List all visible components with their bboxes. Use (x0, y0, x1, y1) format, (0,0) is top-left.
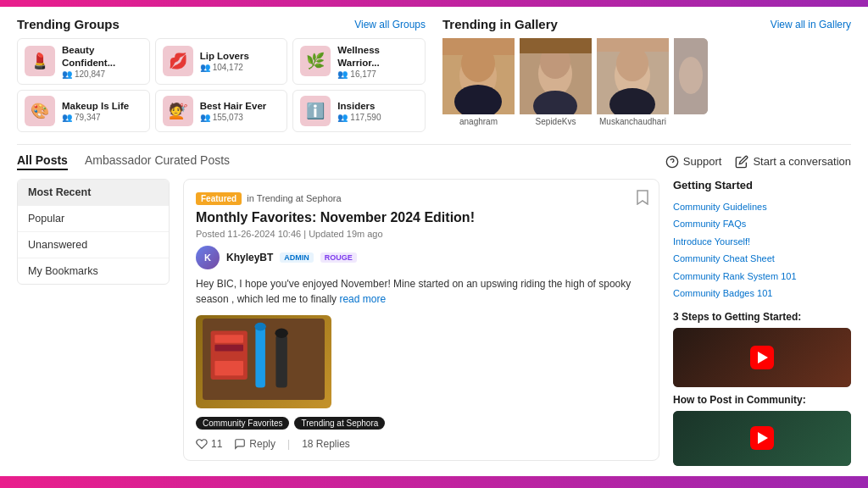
post-card-featured: Featured in Trending at Sephora Monthly … (183, 179, 659, 461)
edit-icon (735, 155, 748, 169)
group-avatar-4: 🎨 (25, 96, 55, 126)
group-name-3: Wellness Warrior... (337, 44, 418, 69)
post-title: Monthly Favorites: November 2024 Edition… (196, 210, 647, 225)
support-button[interactable]: Support (665, 155, 722, 169)
posts-main: Featured in Trending at Sephora Monthly … (183, 179, 659, 466)
video-2[interactable] (673, 411, 851, 466)
play-triangle-1 (758, 352, 768, 363)
post-author-row: K KhyleyBT ADMIN ROUGE (196, 246, 647, 269)
start-conversation-button[interactable]: Start a conversation (735, 155, 851, 169)
svg-rect-4 (442, 38, 515, 55)
group-card-2[interactable]: 💋 Lip Lovers 👥 104,172 (155, 38, 288, 85)
post-updated: | Updated 19m ago (303, 229, 382, 239)
filter-unanswered[interactable]: Unanswered (18, 232, 169, 258)
members-icon: 👥 (337, 69, 348, 79)
groups-grid: 💄 Beauty Confident... 👥 120,847 💋 Lip Lo… (17, 38, 426, 132)
group-card-1[interactable]: 💄 Beauty Confident... 👥 120,847 (17, 38, 150, 85)
members-icon: 👥 (62, 113, 72, 122)
play-triangle-2 (758, 432, 768, 444)
read-more-link[interactable]: read more (339, 293, 386, 305)
gallery-item-2[interactable]: SepideKvs (520, 38, 592, 126)
bottom-bar (0, 476, 868, 488)
gallery-photo-2 (520, 38, 592, 114)
post-image (196, 315, 331, 408)
trending-badge: in Trending at Sephora (247, 193, 341, 203)
svg-rect-22 (214, 345, 243, 352)
posts-tabs: All Posts Ambassador Curated Posts (17, 153, 230, 170)
tag-community-favorites[interactable]: Community Favorites (196, 417, 289, 430)
group-name-6: Insiders (337, 100, 381, 113)
group-members-2: 👥 104,172 (200, 63, 249, 72)
play-button-1[interactable] (750, 346, 774, 369)
divider-1 (17, 144, 851, 145)
how-to-title: How to Post in Community: (673, 394, 851, 406)
role-rouge-badge: ROUGE (320, 252, 357, 263)
right-sidebar: Getting Started Community GuidelinesComm… (673, 179, 851, 466)
sidebar-link[interactable]: Community Badges 101 (673, 285, 851, 302)
group-avatar-6: ℹ️ (300, 96, 331, 126)
gallery-photo-1 (442, 38, 515, 114)
sidebar-link[interactable]: Introduce Yourself! (673, 233, 851, 251)
group-card-6[interactable]: ℹ️ Insiders 👥 117,590 (292, 90, 426, 132)
replies-count: 18 Replies (302, 438, 350, 450)
members-icon: 👥 (200, 63, 210, 72)
group-card-5[interactable]: 💇 Best Hair Ever 👥 155,073 (155, 90, 288, 132)
tab-ambassador-posts[interactable]: Ambassador Curated Posts (85, 153, 230, 170)
gallery-username-3: Muskanchaudhari (599, 117, 666, 126)
sidebar-link[interactable]: Community Cheat Sheet (673, 250, 851, 268)
sidebar-link[interactable]: Community Rank System 101 (673, 268, 851, 286)
filter-my-bookmarks[interactable]: My Bookmarks (18, 258, 169, 284)
start-conversation-label: Start a conversation (753, 155, 851, 168)
heart-icon (196, 438, 208, 450)
tag-trending-sephora[interactable]: Trending at Sephora (294, 417, 385, 430)
author-avatar: K (196, 246, 220, 269)
svg-rect-24 (214, 361, 243, 375)
group-members-1: 👥 120,847 (62, 69, 142, 79)
svg-rect-13 (597, 38, 669, 52)
filter-popular[interactable]: Popular (18, 206, 169, 232)
play-button-2[interactable] (750, 426, 774, 450)
bookmark-icon[interactable] (637, 190, 648, 208)
group-avatar-3: 🌿 (300, 46, 331, 76)
svg-point-28 (275, 328, 287, 338)
group-name-2: Lip Lovers (200, 50, 249, 63)
posts-sidebar: Most Recent Popular Unanswered My Bookma… (17, 179, 170, 466)
gallery-username-1: anaghram (459, 117, 498, 126)
group-avatar-5: 💇 (163, 96, 193, 126)
group-avatar-2: 💋 (163, 46, 193, 76)
like-count: 11 (211, 438, 222, 450)
trending-groups-section: Trending Groups View all Groups 💄 Beauty… (17, 17, 426, 132)
post-body: Hey BIC, I hope you've enjoyed November!… (196, 276, 647, 307)
trending-gallery-section: Trending in Gallery View all in Gallery (442, 17, 851, 132)
group-card-4[interactable]: 🎨 Makeup Is Life 👥 79,347 (17, 90, 150, 132)
group-members-5: 👥 155,073 (200, 113, 267, 122)
group-card-3[interactable]: 🌿 Wellness Warrior... 👥 16,177 (292, 38, 426, 85)
gallery-photos: anaghram SepideKvs (442, 38, 851, 126)
filter-list: Most Recent Popular Unanswered My Bookma… (17, 179, 170, 285)
like-button[interactable]: 11 (196, 438, 222, 450)
view-all-groups-link[interactable]: View all Groups (354, 19, 426, 30)
members-icon: 👥 (62, 69, 72, 79)
post-meta: Posted 11-26-2024 10:46 | Updated 19m ag… (196, 229, 647, 239)
featured-badge: Featured (196, 192, 242, 205)
view-all-gallery-link[interactable]: View all in Gallery (771, 19, 851, 30)
group-members-4: 👥 79,347 (62, 113, 129, 122)
group-members-3: 👥 16,177 (337, 69, 418, 79)
svg-rect-23 (214, 352, 243, 359)
svg-point-26 (254, 323, 265, 331)
group-avatar-1: 💄 (25, 46, 55, 76)
posts-section: Most Recent Popular Unanswered My Bookma… (17, 179, 851, 466)
sidebar-link[interactable]: Community FAQs (673, 215, 851, 233)
getting-started-title: Getting Started (673, 179, 851, 191)
filter-most-recent[interactable]: Most Recent (18, 180, 169, 206)
video-1[interactable] (673, 328, 851, 387)
svg-rect-21 (214, 335, 243, 343)
sidebar-link[interactable]: Community Guidelines (673, 198, 851, 216)
gallery-item-1[interactable]: anaghram (442, 38, 515, 126)
reply-button[interactable]: Reply (234, 438, 275, 450)
support-label: Support (683, 155, 722, 168)
gallery-item-3[interactable]: Muskanchaudhari (597, 38, 669, 126)
members-icon: 👥 (337, 113, 348, 122)
tab-all-posts[interactable]: All Posts (17, 153, 68, 170)
svg-rect-25 (255, 326, 265, 387)
